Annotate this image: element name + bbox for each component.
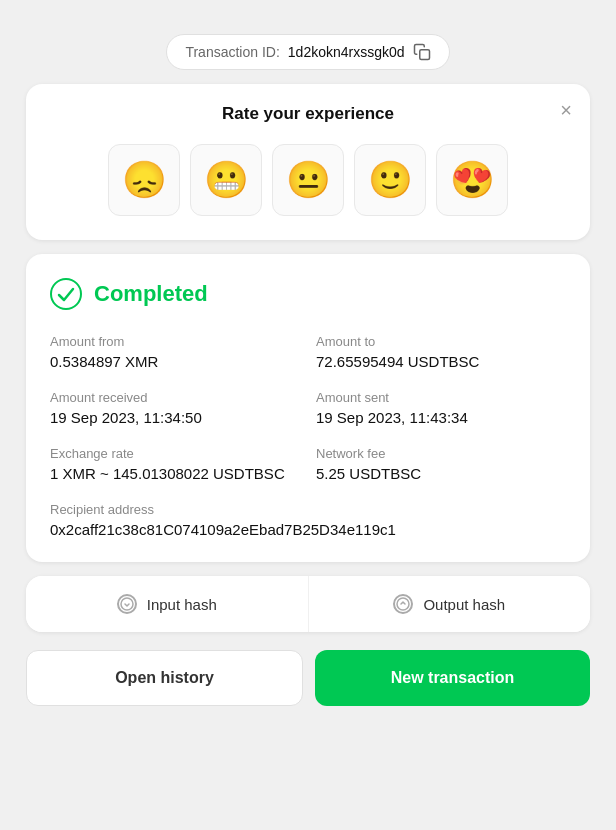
- field-network-fee: Network fee 5.25 USDTBSC: [316, 446, 566, 482]
- svg-point-3: [397, 598, 409, 610]
- emoji-very-bad[interactable]: 😞: [108, 144, 180, 216]
- value-amount-received: 19 Sep 2023, 11:34:50: [50, 409, 300, 426]
- label-exchange-rate: Exchange rate: [50, 446, 300, 461]
- emoji-good[interactable]: 🙂: [354, 144, 426, 216]
- emoji-row: 😞 😬 😐 🙂 😍: [50, 144, 566, 216]
- field-exchange-rate: Exchange rate 1 XMR ~ 145.01308022 USDTB…: [50, 446, 300, 482]
- completed-status: Completed: [94, 281, 208, 307]
- completed-card: Completed Amount from 0.5384897 XMR Amou…: [26, 254, 590, 562]
- label-amount-received: Amount received: [50, 390, 300, 405]
- input-hash-button[interactable]: Input hash: [26, 576, 309, 632]
- info-grid: Amount from 0.5384897 XMR Amount to 72.6…: [50, 334, 566, 538]
- field-amount-from: Amount from 0.5384897 XMR: [50, 334, 300, 370]
- output-hash-icon: [393, 594, 413, 614]
- new-transaction-button[interactable]: New transaction: [315, 650, 590, 706]
- label-amount-to: Amount to: [316, 334, 566, 349]
- field-recipient-address: Recipient address 0x2caff21c38c81C074109…: [50, 502, 566, 538]
- output-hash-label: Output hash: [423, 596, 505, 613]
- field-amount-to: Amount to 72.65595494 USDTBSC: [316, 334, 566, 370]
- value-network-fee: 5.25 USDTBSC: [316, 465, 566, 482]
- svg-rect-0: [419, 50, 429, 60]
- field-amount-sent: Amount sent 19 Sep 2023, 11:43:34: [316, 390, 566, 426]
- value-amount-from: 0.5384897 XMR: [50, 353, 300, 370]
- value-amount-sent: 19 Sep 2023, 11:43:34: [316, 409, 566, 426]
- field-amount-received: Amount received 19 Sep 2023, 11:34:50: [50, 390, 300, 426]
- open-history-button[interactable]: Open history: [26, 650, 303, 706]
- value-exchange-rate: 1 XMR ~ 145.01308022 USDTBSC: [50, 465, 300, 482]
- transaction-id-value: 1d2kokn4rxssgk0d: [288, 44, 405, 60]
- svg-point-1: [51, 279, 81, 309]
- emoji-bad[interactable]: 😬: [190, 144, 262, 216]
- page-container: Transaction ID: 1d2kokn4rxssgk0d Rate yo…: [10, 10, 606, 830]
- hash-card: Input hash Output hash: [26, 576, 590, 632]
- label-amount-sent: Amount sent: [316, 390, 566, 405]
- transaction-id-label: Transaction ID:: [185, 44, 279, 60]
- rate-card: Rate your experience × 😞 😬 😐 🙂 😍: [26, 84, 590, 240]
- action-bar: Open history New transaction: [26, 650, 590, 706]
- completed-header: Completed: [50, 278, 566, 310]
- check-circle-icon: [50, 278, 82, 310]
- emoji-love[interactable]: 😍: [436, 144, 508, 216]
- input-hash-icon: [117, 594, 137, 614]
- copy-icon[interactable]: [413, 43, 431, 61]
- close-button[interactable]: ×: [560, 100, 572, 120]
- value-amount-to: 72.65595494 USDTBSC: [316, 353, 566, 370]
- label-network-fee: Network fee: [316, 446, 566, 461]
- transaction-id-bar: Transaction ID: 1d2kokn4rxssgk0d: [166, 34, 449, 70]
- value-recipient-address: 0x2caff21c38c81C074109a2eEbad7B25D34e119…: [50, 521, 566, 538]
- rate-title: Rate your experience: [50, 104, 566, 124]
- svg-point-2: [121, 598, 133, 610]
- input-hash-label: Input hash: [147, 596, 217, 613]
- label-amount-from: Amount from: [50, 334, 300, 349]
- label-recipient-address: Recipient address: [50, 502, 566, 517]
- emoji-neutral[interactable]: 😐: [272, 144, 344, 216]
- output-hash-button[interactable]: Output hash: [309, 576, 591, 632]
